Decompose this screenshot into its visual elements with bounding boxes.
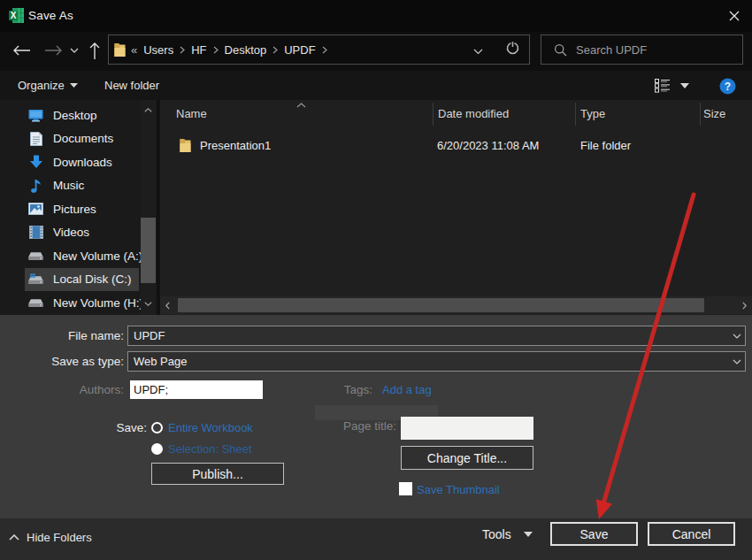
new-folder-label: New folder <box>104 79 159 92</box>
save-button[interactable]: Save <box>550 522 638 546</box>
breadcrumb-desktop[interactable]: Desktop <box>222 43 270 57</box>
radio-entire-workbook-label[interactable]: Entire Workbook <box>168 421 253 434</box>
breadcrumb-separator-icon[interactable] <box>210 46 222 54</box>
browser-area: Desktop Documents <box>0 100 752 315</box>
add-a-tag-link[interactable]: Add a tag <box>382 383 432 396</box>
folder-icon <box>180 138 191 153</box>
column-header-size[interactable]: Size <box>703 102 725 126</box>
up-button[interactable] <box>81 39 108 62</box>
downloads-icon <box>28 155 43 170</box>
forward-arrow-icon <box>44 45 63 56</box>
save-options-label: Save: <box>88 421 147 434</box>
sidebar-item-new-volume-a[interactable]: New Volume (A:) <box>0 244 140 267</box>
sidebar-item-label: Downloads <box>53 156 112 169</box>
sidebar-item-pictures[interactable]: Pictures <box>0 197 140 220</box>
search-icon <box>554 43 567 57</box>
authors-input[interactable] <box>130 380 263 399</box>
breadcrumb-users[interactable]: Users <box>141 43 176 57</box>
save-thumbnail-checkbox[interactable] <box>399 482 412 495</box>
close-button[interactable] <box>717 0 752 32</box>
column-header-type[interactable]: Type <box>580 102 605 126</box>
sidebar-item-videos[interactable]: Videos <box>0 221 140 244</box>
organize-button[interactable]: Organize <box>18 71 78 100</box>
window-title: Save As <box>28 0 73 32</box>
help-button[interactable]: ? <box>719 78 736 95</box>
save-as-type-combo[interactable]: Web Page <box>127 351 746 372</box>
file-name: Presentation1 <box>200 134 271 157</box>
command-toolbar: Organize New folder <box>0 71 752 100</box>
column-header-name[interactable]: Name <box>176 102 207 126</box>
view-mode-button[interactable] <box>655 71 689 100</box>
page-title-input[interactable] <box>401 417 533 440</box>
authors-label: Authors: <box>35 383 124 396</box>
file-name-value: UPDF <box>134 329 165 342</box>
file-date-modified: 6/20/2023 11:08 AM <box>437 134 539 157</box>
scroll-down-icon[interactable] <box>141 298 156 309</box>
address-dropdown-button[interactable] <box>473 44 483 58</box>
scrollbar-thumb[interactable] <box>141 218 156 283</box>
save-as-type-value: Web Page <box>134 355 187 368</box>
file-list-background <box>160 100 752 315</box>
file-name-combo[interactable]: UPDF <box>127 326 746 346</box>
tools-label: Tools <box>482 527 511 541</box>
column-header-date-modified[interactable]: Date modified <box>438 102 509 126</box>
sidebar-item-label: Documents <box>53 132 113 145</box>
up-arrow-icon <box>89 42 100 60</box>
horizontal-scrollbar[interactable] <box>160 296 752 314</box>
tools-button[interactable]: Tools <box>482 518 533 550</box>
sidebar-item-desktop[interactable]: Desktop <box>0 104 140 127</box>
cancel-button[interactable]: Cancel <box>648 522 735 546</box>
chevron-down-icon <box>733 334 741 339</box>
scroll-up-icon[interactable] <box>141 104 156 115</box>
scrollbar-thumb[interactable] <box>178 298 704 312</box>
breadcrumb-updf[interactable]: UPDF <box>281 43 318 57</box>
documents-icon <box>28 131 43 146</box>
hide-folders-label: Hide Folders <box>27 531 92 544</box>
breadcrumb-separator-icon[interactable] <box>318 46 331 54</box>
refresh-button[interactable] <box>506 42 519 58</box>
sidebar-item-label: Desktop <box>53 109 97 122</box>
save-thumbnail-label[interactable]: Save Thumbnail <box>417 483 500 496</box>
pictures-icon <box>28 202 43 217</box>
new-folder-button[interactable]: New folder <box>104 71 159 100</box>
sidebar-item-documents[interactable]: Documents <box>0 127 140 150</box>
organize-label: Organize <box>18 79 65 92</box>
change-title-button[interactable]: Change Title... <box>401 446 533 470</box>
sidebar-scrollbar[interactable] <box>141 100 156 315</box>
music-icon <box>28 178 43 193</box>
hide-folders-button[interactable]: Hide Folders <box>9 518 92 556</box>
breadcrumb-hf[interactable]: HF <box>188 43 209 57</box>
search-box[interactable] <box>541 35 743 65</box>
local-disk-icon <box>28 272 43 287</box>
title-bar: X Save As <box>0 0 752 32</box>
forward-button[interactable] <box>40 39 66 62</box>
dropdown-triangle-icon <box>70 83 78 88</box>
address-bar[interactable]: « Users HF Desktop UPDF <box>108 35 530 65</box>
refresh-icon <box>506 42 519 55</box>
file-row[interactable]: Presentation1 6/20/2023 11:08 AM File fo… <box>159 134 752 157</box>
breadcrumb-overflow[interactable]: « <box>126 43 141 57</box>
search-input[interactable] <box>576 43 726 57</box>
breadcrumb-separator-icon[interactable] <box>176 46 188 54</box>
radio-selection-sheet[interactable] <box>151 443 163 455</box>
folder-icon <box>114 42 126 58</box>
back-button[interactable] <box>8 39 35 62</box>
sidebar-item-label: Music <box>53 179 84 192</box>
details-view-icon <box>655 79 671 93</box>
sidebar-item-label: Pictures <box>53 203 96 216</box>
publish-button[interactable]: Publish... <box>151 463 284 485</box>
scroll-left-icon[interactable] <box>160 296 175 314</box>
sidebar-item-downloads[interactable]: Downloads <box>0 150 140 173</box>
close-icon <box>729 11 740 21</box>
scroll-right-icon[interactable] <box>737 296 752 314</box>
radio-entire-workbook[interactable] <box>151 422 163 433</box>
sidebar-item-new-volume-h[interactable]: New Volume (H:) <box>0 291 140 314</box>
file-type: File folder <box>580 134 631 157</box>
breadcrumb-separator-icon[interactable] <box>269 46 281 54</box>
radio-selection-sheet-label[interactable]: Selection: Sheet <box>168 442 252 456</box>
save-as-type-label: Save as type: <box>35 355 124 368</box>
save-as-dialog: X Save As <box>0 0 752 560</box>
sidebar-item-music[interactable]: Music <box>0 174 140 197</box>
videos-icon <box>28 225 43 240</box>
sidebar-item-local-disk-c[interactable]: Local Disk (C:) <box>25 268 139 291</box>
